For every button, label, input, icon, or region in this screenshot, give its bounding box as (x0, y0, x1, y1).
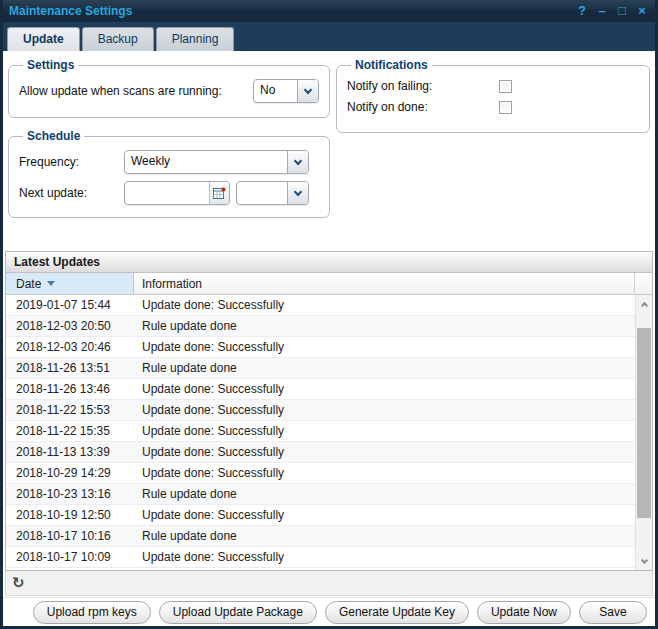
refresh-icon[interactable]: ↻ (12, 573, 25, 593)
row-date: 2018-10-17 10:16 (6, 529, 134, 543)
close-icon[interactable]: × (635, 2, 649, 20)
calendar-icon[interactable] (209, 182, 229, 204)
table-row[interactable]: 2018-11-26 13:51Rule update done (6, 358, 652, 379)
row-information: Rule update done (134, 529, 652, 543)
settings-group: Settings Allow update when scans are run… (8, 58, 330, 118)
schedule-legend: Schedule (23, 129, 84, 143)
latest-updates-title: Latest Updates (14, 255, 100, 269)
column-header-information[interactable]: Information (134, 273, 635, 294)
footer-buttons: Upload rpm keys Upload Update Package Ge… (3, 597, 655, 626)
row-date: 2018-12-03 20:50 (6, 319, 134, 333)
table-row[interactable]: 2019-01-07 15:44Update done: Successfull… (6, 295, 652, 316)
allow-update-select[interactable]: No (253, 79, 319, 103)
date-column-label: Date (16, 277, 41, 291)
table-row[interactable]: 2018-11-26 13:46Update done: Successfull… (6, 379, 652, 400)
row-date: 2018-10-19 12:50 (6, 508, 134, 522)
table-row[interactable]: 2018-10-23 13:16Rule update done (6, 484, 652, 505)
notify-done-checkbox[interactable] (499, 101, 512, 114)
row-information: Rule update done (134, 361, 652, 375)
chevron-down-icon[interactable] (287, 182, 308, 204)
row-information: Update done: Successfully (134, 298, 652, 312)
table-row[interactable]: 2018-10-17 10:16Rule update done (6, 526, 652, 547)
scroll-down-icon[interactable] (636, 553, 652, 570)
row-information: Update done: Successfully (134, 424, 652, 438)
row-information: Update done: Successfully (134, 466, 652, 480)
row-information: Update done: Successfully (134, 550, 652, 564)
notifications-group: Notifications Notify on failing: Notify … (336, 58, 650, 133)
row-information: Update done: Successfully (134, 403, 652, 417)
frequency-value: Weekly (125, 151, 287, 173)
table-row[interactable]: 2018-11-13 13:39Update done: Successfull… (6, 442, 652, 463)
next-update-date-input[interactable] (124, 181, 230, 205)
row-date: 2018-11-22 15:35 (6, 424, 134, 438)
generate-update-key-button[interactable]: Generate Update Key (325, 601, 469, 624)
row-date: 2018-10-23 13:16 (6, 487, 134, 501)
scroll-up-icon[interactable] (636, 295, 652, 312)
table-row[interactable]: 2018-10-17 10:09Update done: Successfull… (6, 547, 652, 568)
row-information: Rule update done (134, 487, 652, 501)
vertical-scrollbar[interactable] (635, 295, 652, 570)
updates-table-body: 2019-01-07 15:44Update done: Successfull… (6, 295, 652, 570)
tab-update[interactable]: Update (7, 27, 80, 51)
maximize-icon[interactable]: □ (615, 2, 629, 20)
next-update-time-value (237, 182, 287, 204)
save-button[interactable]: Save (579, 601, 647, 624)
table-row[interactable]: 2018-10-19 12:50Update done: Successfull… (6, 505, 652, 526)
window-title: Maintenance Settings (9, 4, 132, 18)
row-information: Update done: Successfully (134, 382, 652, 396)
sort-desc-icon (47, 281, 55, 286)
update-tab-content: Settings Allow update when scans are run… (3, 51, 655, 626)
settings-legend: Settings (23, 58, 78, 72)
notify-done-label: Notify on done: (347, 100, 499, 114)
maintenance-settings-window: Maintenance Settings ? – □ × Update Back… (0, 0, 658, 629)
upload-update-package-button[interactable]: Upload Update Package (159, 601, 317, 624)
window-controls: ? – □ × (575, 2, 649, 20)
row-information: Update done: Successfully (134, 340, 652, 354)
next-update-label: Next update: (19, 186, 124, 200)
latest-updates-header: Latest Updates (6, 252, 652, 273)
upload-rpm-keys-button[interactable]: Upload rpm keys (33, 601, 151, 624)
tab-backup[interactable]: Backup (82, 27, 154, 51)
row-date: 2018-11-26 13:51 (6, 361, 134, 375)
notify-failing-checkbox[interactable] (499, 80, 512, 93)
tab-bar: Update Backup Planning (3, 22, 655, 51)
header-spacer (635, 273, 652, 294)
next-update-date-value (125, 182, 209, 204)
minimize-icon[interactable]: – (595, 2, 609, 20)
allow-update-value: No (254, 80, 297, 102)
grid-toolbar: ↻ (5, 571, 653, 596)
frequency-select[interactable]: Weekly (124, 150, 309, 174)
row-date: 2018-12-03 20:46 (6, 340, 134, 354)
help-icon[interactable]: ? (575, 2, 589, 20)
table-row[interactable]: 2018-11-22 15:53Update done: Successfull… (6, 400, 652, 421)
notify-failing-label: Notify on failing: (347, 79, 499, 93)
row-information: Rule update done (134, 319, 652, 333)
row-information: Update done: Successfully (134, 445, 652, 459)
row-date: 2018-11-22 15:53 (6, 403, 134, 417)
table-row[interactable]: 2018-12-03 20:50Rule update done (6, 316, 652, 337)
chevron-down-icon[interactable] (297, 80, 318, 102)
schedule-group: Schedule Frequency: Weekly Next update: (8, 129, 330, 218)
window-titlebar: Maintenance Settings ? – □ × (3, 0, 655, 22)
scrollbar-thumb[interactable] (637, 328, 651, 518)
next-update-time-select[interactable] (236, 181, 309, 205)
update-now-button[interactable]: Update Now (477, 601, 571, 624)
frequency-label: Frequency: (19, 155, 124, 169)
table-row[interactable]: 2018-12-03 20:46Update done: Successfull… (6, 337, 652, 358)
notifications-legend: Notifications (351, 58, 432, 72)
table-row[interactable]: 2018-10-29 14:29Update done: Successfull… (6, 463, 652, 484)
row-date: 2018-10-29 14:29 (6, 466, 134, 480)
tab-planning[interactable]: Planning (156, 27, 235, 51)
table-header: Date Information (6, 273, 652, 295)
chevron-down-icon[interactable] (287, 151, 308, 173)
row-information: Update done: Successfully (134, 508, 652, 522)
column-header-date[interactable]: Date (6, 273, 134, 294)
row-date: 2018-11-13 13:39 (6, 445, 134, 459)
row-date: 2018-10-17 10:09 (6, 550, 134, 564)
latest-updates-panel: Latest Updates Date Information 2019-01-… (5, 251, 653, 571)
row-date: 2018-11-26 13:46 (6, 382, 134, 396)
table-row[interactable]: 2018-11-22 15:35Update done: Successfull… (6, 421, 652, 442)
row-date: 2019-01-07 15:44 (6, 298, 134, 312)
allow-update-label: Allow update when scans are running: (19, 84, 222, 98)
